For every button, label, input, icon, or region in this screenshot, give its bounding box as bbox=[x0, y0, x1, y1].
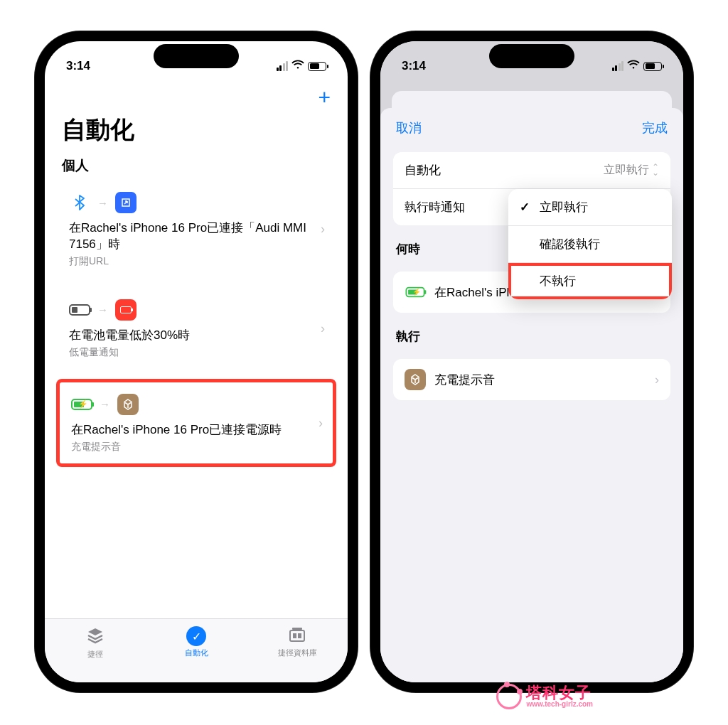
battery-icon bbox=[643, 62, 662, 71]
watermark: 塔科女子 www.tech-girlz.com bbox=[496, 684, 593, 709]
tab-label: 捷徑 bbox=[87, 649, 103, 660]
dynamic-island bbox=[489, 44, 574, 68]
arrow-icon: → bbox=[97, 197, 108, 209]
row-do-action[interactable]: 充電提示音 › bbox=[393, 359, 670, 400]
tab-bar: 捷徑 ✓ 自動化 捷徑資料庫 bbox=[45, 618, 348, 682]
dynamic-island bbox=[154, 44, 239, 68]
cancel-button[interactable]: 取消 bbox=[396, 119, 422, 136]
chevron-right-icon: › bbox=[321, 321, 325, 335]
page-title: 自動化 bbox=[45, 109, 348, 149]
gallery-icon bbox=[288, 626, 306, 646]
arrow-icon: → bbox=[100, 398, 110, 410]
card-subtitle: 打開URL bbox=[69, 255, 323, 268]
automation-card-bluetooth[interactable]: → 在Rachel's iPhone 16 Pro已連接「Audi MMI 71… bbox=[58, 181, 335, 278]
phone-left: 3:14 + 自動化 個人 bbox=[35, 31, 358, 692]
chevron-right-icon: › bbox=[655, 372, 659, 387]
up-down-icon: ⌃⌄ bbox=[652, 165, 659, 175]
bluetooth-icon bbox=[69, 192, 90, 213]
done-button[interactable]: 完成 bbox=[642, 119, 668, 136]
stack-icon bbox=[85, 626, 105, 648]
battery-charging-icon: ⚡ bbox=[406, 287, 425, 297]
menu-run-immediately[interactable]: ✓ 立即執行 bbox=[508, 189, 672, 225]
card-title: 在Rachel's iPhone 16 Pro已連接「Audi MMI 7156… bbox=[69, 220, 323, 253]
battery-icon bbox=[308, 62, 326, 71]
menu-label: 確認後執行 bbox=[540, 236, 600, 252]
check-circle-icon: ✓ bbox=[186, 626, 206, 646]
watermark-logo-icon bbox=[496, 684, 522, 709]
tab-shortcuts[interactable]: 捷徑 bbox=[60, 626, 131, 660]
automation-card-low-battery[interactable]: → 在電池電量低於30%時 低電量通知 › bbox=[58, 288, 335, 369]
svg-rect-2 bbox=[293, 633, 296, 638]
open-url-icon bbox=[115, 192, 136, 213]
chevron-right-icon: › bbox=[318, 415, 323, 430]
row-notify[interactable]: 執行時通知 ✓ 立即執行 確認後執行 bbox=[393, 188, 670, 225]
status-time: 3:14 bbox=[402, 59, 426, 73]
tab-label: 自動化 bbox=[185, 648, 208, 658]
menu-confirm-then-run[interactable]: 確認後執行 bbox=[508, 225, 672, 262]
add-button[interactable]: + bbox=[318, 85, 331, 109]
menu-do-not-run[interactable]: 不執行 bbox=[508, 262, 672, 299]
tab-label: 捷徑資料庫 bbox=[278, 648, 317, 658]
status-time: 3:14 bbox=[66, 59, 90, 73]
cellular-icon bbox=[277, 61, 289, 71]
row-automation-mode[interactable]: 自動化 立即執行 ⌃⌄ bbox=[393, 152, 670, 188]
section-do: 執行 bbox=[380, 313, 683, 349]
cellular-icon bbox=[612, 61, 624, 71]
wifi-icon bbox=[627, 60, 640, 72]
battery-alert-icon bbox=[115, 299, 136, 321]
svg-rect-3 bbox=[298, 633, 301, 638]
card-title: 在Rachel's iPhone 16 Pro已連接電源時 bbox=[71, 422, 321, 439]
shortcut-icon bbox=[117, 394, 139, 415]
shortcut-icon bbox=[405, 369, 426, 390]
arrow-icon: → bbox=[97, 304, 108, 316]
card-subtitle: 低電量通知 bbox=[69, 346, 323, 359]
chevron-right-icon: › bbox=[321, 222, 325, 237]
menu-label: 不執行 bbox=[540, 273, 576, 289]
row-label: 自動化 bbox=[405, 162, 441, 178]
tab-automation[interactable]: ✓ 自動化 bbox=[161, 626, 232, 658]
battery-low-icon bbox=[69, 304, 90, 316]
battery-charging-icon: ⚡ bbox=[71, 399, 92, 410]
row-value: 立即執行 bbox=[604, 163, 649, 178]
card-subtitle: 充電提示音 bbox=[71, 441, 321, 453]
menu-label: 立即執行 bbox=[540, 199, 588, 215]
tab-gallery[interactable]: 捷徑資料庫 bbox=[262, 626, 333, 658]
edit-sheet: 取消 完成 自動化 立即執行 ⌃⌄ 執行時通知 bbox=[380, 108, 683, 682]
mode-popover: ✓ 立即執行 確認後執行 不執行 bbox=[508, 189, 672, 299]
watermark-url: www.tech-girlz.com bbox=[526, 701, 593, 708]
watermark-text: 塔科女子 bbox=[526, 685, 593, 701]
svg-rect-1 bbox=[292, 628, 302, 630]
wifi-icon bbox=[291, 60, 304, 72]
phone-right: 3:14 取消 完成 自動化 bbox=[370, 31, 693, 692]
row-text: 充電提示音 bbox=[434, 372, 655, 388]
row-label: 執行時通知 bbox=[405, 199, 465, 215]
svg-rect-0 bbox=[290, 630, 304, 641]
check-icon: ✓ bbox=[520, 200, 532, 215]
section-header: 個人 bbox=[45, 149, 348, 181]
card-title: 在電池電量低於30%時 bbox=[69, 328, 323, 344]
automation-card-charging[interactable]: ⚡ → 在Rachel's iPhone 16 Pro已連接電源時 充電提示音 … bbox=[56, 379, 336, 467]
